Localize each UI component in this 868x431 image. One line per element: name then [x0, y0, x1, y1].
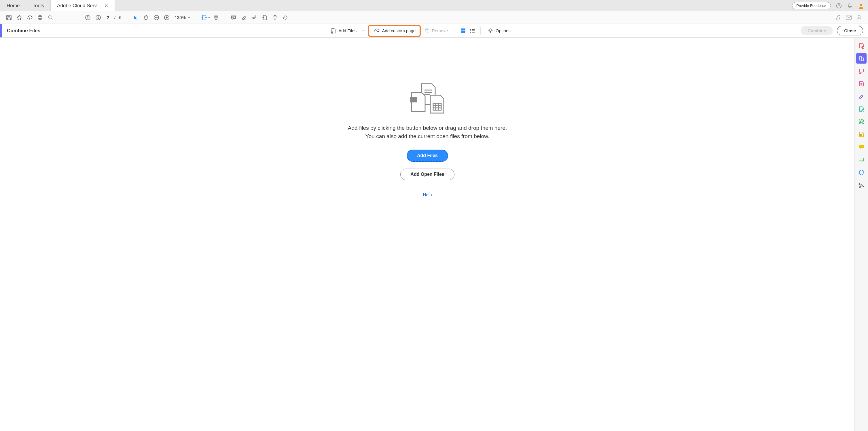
- close-icon[interactable]: ✕: [104, 3, 108, 8]
- workspace: Add files by clicking the button below o…: [0, 38, 868, 431]
- tab-home[interactable]: Home: [0, 0, 26, 11]
- feedback-label: Provide Feedback: [796, 3, 827, 8]
- add-files-dropdown[interactable]: Add Files...: [327, 26, 368, 35]
- svg-rect-21: [214, 17, 218, 18]
- cloud-plus-icon: [373, 28, 379, 33]
- svg-point-34: [470, 32, 471, 33]
- remove-button: Remove: [421, 26, 451, 35]
- svg-text:?: ?: [838, 4, 840, 8]
- zoom-out-icon[interactable]: [152, 13, 161, 22]
- help-icon[interactable]: ?: [836, 3, 842, 9]
- svg-rect-49: [859, 69, 863, 72]
- help-label: Help: [423, 192, 432, 197]
- tabbar-right: Provide Feedback ?: [792, 0, 868, 11]
- print-icon[interactable]: [35, 13, 44, 22]
- svg-point-33: [470, 30, 471, 31]
- rail-combine-files-icon[interactable]: [856, 53, 867, 64]
- add-custom-page-label: Add custom page: [382, 28, 415, 33]
- zoom-value: 130%: [175, 15, 186, 20]
- combine-button: Combine: [801, 26, 833, 35]
- page-number-input[interactable]: [104, 15, 112, 20]
- svg-rect-20: [214, 16, 218, 17]
- page-separator: /: [113, 15, 117, 20]
- thumbnail-view-icon[interactable]: [459, 26, 468, 35]
- main-toolbar: / 6 130%: [0, 11, 868, 24]
- rail-comment-icon[interactable]: [856, 142, 867, 152]
- tab-tools[interactable]: Tools: [26, 0, 51, 11]
- combine-files-toolbar: Combine Files Add Files... Add custom pa…: [0, 24, 868, 38]
- rotate-icon[interactable]: [281, 13, 290, 22]
- page-up-icon[interactable]: [83, 13, 92, 22]
- zoom-dropdown[interactable]: 130%: [173, 15, 193, 20]
- search-icon[interactable]: [46, 13, 55, 22]
- sign-icon[interactable]: [250, 13, 259, 22]
- options-label: Options: [496, 28, 510, 33]
- add-open-files-btn-label: Add Open Files: [410, 172, 444, 177]
- rail-export-pdf-icon[interactable]: [856, 78, 867, 89]
- svg-rect-30: [461, 31, 463, 33]
- svg-line-10: [51, 18, 53, 20]
- highlight-icon[interactable]: [239, 13, 249, 22]
- svg-point-58: [859, 186, 861, 188]
- file-add-icon: [330, 28, 336, 34]
- svg-point-38: [490, 30, 491, 32]
- svg-rect-6: [38, 17, 42, 19]
- rail-compress-icon[interactable]: [856, 117, 867, 127]
- help-link[interactable]: Help: [423, 192, 432, 197]
- svg-rect-57: [859, 158, 864, 161]
- bell-icon[interactable]: [847, 3, 853, 9]
- save-icon[interactable]: [4, 13, 13, 22]
- chevron-down-icon: [208, 16, 210, 19]
- add-open-files-button[interactable]: Add Open Files: [400, 169, 454, 180]
- star-icon[interactable]: [15, 13, 24, 22]
- comment-icon[interactable]: [229, 13, 238, 22]
- insert-page-icon[interactable]: [260, 13, 269, 22]
- chevron-down-icon: [362, 30, 365, 32]
- tab-label: Adobe Cloud Serv…: [57, 3, 102, 9]
- page-down-icon[interactable]: [94, 13, 103, 22]
- hand-tool-icon[interactable]: [142, 13, 151, 22]
- svg-rect-29: [463, 29, 465, 31]
- page-scroll-icon[interactable]: [211, 13, 221, 22]
- add-custom-page-button[interactable]: Add custom page: [372, 27, 417, 35]
- hint-line-1: Add files by clicking the button below o…: [348, 124, 507, 132]
- rail-protect-icon[interactable]: [856, 167, 867, 177]
- list-view-icon[interactable]: [468, 26, 477, 35]
- hint-line-2: You can also add the current open files …: [348, 132, 507, 141]
- rail-fill-sign-icon[interactable]: [856, 91, 867, 102]
- options-button[interactable]: Options: [484, 26, 514, 35]
- link-share-icon[interactable]: [834, 13, 843, 22]
- trash-icon: [424, 28, 429, 34]
- arrow-cursor-icon[interactable]: [131, 13, 140, 22]
- svg-rect-54: [859, 120, 863, 124]
- rail-organize-icon[interactable]: [856, 104, 867, 114]
- close-label: Close: [844, 28, 856, 33]
- drop-canvas[interactable]: Add files by clicking the button below o…: [0, 38, 855, 431]
- user-avatar-icon[interactable]: [858, 3, 864, 9]
- rail-scan-icon[interactable]: [856, 155, 867, 165]
- combine-label: Combine: [808, 28, 826, 33]
- close-button[interactable]: Close: [837, 26, 863, 35]
- svg-rect-55: [861, 121, 862, 123]
- svg-rect-42: [410, 97, 417, 102]
- add-files-button[interactable]: Add Files: [407, 150, 448, 162]
- tab-label: Tools: [33, 3, 44, 9]
- rail-edit-pdf-icon[interactable]: [856, 66, 867, 76]
- rail-redact-icon[interactable]: [856, 129, 867, 139]
- page-total: 6: [118, 15, 122, 20]
- svg-rect-28: [461, 29, 463, 31]
- trash-icon[interactable]: [271, 13, 280, 22]
- share-person-icon[interactable]: [855, 13, 864, 22]
- svg-point-2: [860, 4, 862, 6]
- rail-more-tools-icon[interactable]: [856, 180, 867, 190]
- hint-text: Add files by clicking the button below o…: [348, 124, 507, 140]
- add-files-btn-label: Add Files: [417, 153, 438, 158]
- provide-feedback-button[interactable]: Provide Feedback: [792, 2, 831, 9]
- zoom-in-icon[interactable]: [162, 13, 172, 22]
- rail-create-pdf-icon[interactable]: [856, 40, 867, 51]
- tab-document[interactable]: Adobe Cloud Serv… ✕: [51, 0, 115, 11]
- email-icon[interactable]: [844, 13, 853, 22]
- fit-width-icon[interactable]: [201, 13, 210, 22]
- separator: [197, 14, 197, 21]
- cloud-upload-icon[interactable]: [25, 13, 34, 22]
